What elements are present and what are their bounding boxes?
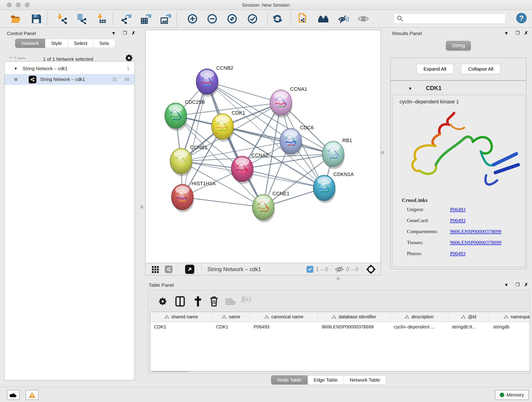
delete-column-icon[interactable]: [209, 296, 219, 307]
toolbar-separator: [177, 263, 178, 275]
network-edge[interactable]: [242, 169, 324, 188]
zoom-fit-icon[interactable]: [227, 13, 238, 24]
save-icon[interactable]: [31, 13, 42, 24]
collapse-all-button[interactable]: Collapse All: [461, 64, 500, 74]
open-folder-icon[interactable]: [10, 13, 21, 24]
network-node-ccna2[interactable]: [231, 156, 254, 184]
cloud-status-button[interactable]: [7, 390, 20, 400]
column-header-description[interactable]: description: [390, 312, 448, 322]
right-splitter-handle[interactable]: [381, 151, 384, 154]
show-columns-icon[interactable]: [175, 296, 185, 307]
network-node-ccna1[interactable]: [270, 90, 292, 118]
table-row[interactable]: CDK1CDK1P064939606.ENSP00000378699cyclin…: [150, 322, 530, 332]
selected-nodes-checkbox[interactable]: [307, 266, 313, 273]
table-panel-float-icon[interactable]: ❒: [515, 282, 520, 287]
edge-count: 48: [124, 77, 129, 82]
crosslink-label: GeneCard:: [407, 217, 450, 223]
zoom-selected-icon[interactable]: [247, 13, 258, 24]
zoom-out-icon[interactable]: [207, 13, 218, 24]
table-options-gear-icon[interactable]: [158, 297, 167, 306]
network-type-icon[interactable]: [165, 265, 172, 273]
hidden-eye-slash-icon[interactable]: [335, 265, 344, 273]
table-cell: cyclin–dependent ...: [390, 322, 448, 332]
copy-document-icon[interactable]: [298, 13, 308, 24]
network-edge[interactable]: [222, 127, 333, 154]
table-panel-menu-icon[interactable]: ▼: [504, 282, 509, 288]
table-cell: CDK1: [212, 322, 250, 332]
network-node-ccnb1[interactable]: [170, 148, 192, 176]
horizontal-splitter-handle[interactable]: [336, 277, 340, 280]
birds-eye-grid-icon[interactable]: [152, 265, 160, 274]
crosslink-link[interactable]: 9606.ENSP00000378699: [450, 240, 501, 245]
network-canvas[interactable]: CCNB2CCNA1CDC25BCDK1CDC6RB1CCNB1CCNA2CDK…: [145, 30, 381, 263]
export-image-icon[interactable]: [160, 13, 171, 24]
control-panel-close-icon[interactable]: ✗: [132, 30, 135, 36]
results-panel-close-icon[interactable]: ✗: [524, 30, 528, 36]
network-node-cdk1[interactable]: [211, 114, 234, 142]
node-label-hist1h1a: HIST1H1A: [191, 181, 215, 186]
window-title: Session: New Session: [0, 2, 532, 8]
column-header-@id[interactable]: @id: [448, 312, 489, 322]
network-node-ccnb2[interactable]: [196, 69, 219, 97]
refresh-icon[interactable]: [272, 13, 283, 24]
tab-select[interactable]: Select: [68, 39, 94, 48]
column-header-namespace[interactable]: namespace: [489, 312, 530, 322]
table-panel-close-icon[interactable]: ✗: [524, 282, 528, 287]
results-panel-menu-icon[interactable]: ▼: [504, 31, 509, 36]
crosslink-link[interactable]: P06493: [450, 250, 465, 256]
export-table-icon[interactable]: [140, 13, 152, 24]
warning-status-button[interactable]: [26, 390, 38, 400]
network-node-cdc6[interactable]: [280, 128, 302, 156]
table-body: CDK1CDK1P064939606.ENSP00000378699cyclin…: [150, 322, 530, 332]
tree-expander-icon[interactable]: ▼: [14, 66, 18, 71]
network-node-cdc25b[interactable]: [165, 103, 187, 131]
control-panel-menu-icon[interactable]: ▼: [111, 31, 116, 36]
network-node-ccne1[interactable]: [252, 194, 275, 222]
left-splitter-handle[interactable]: [140, 205, 143, 209]
network-row-selected[interactable]: String Network – cdk1 11 48: [5, 74, 134, 85]
column-header-canonical-name[interactable]: canonical name: [250, 312, 318, 322]
network-edge[interactable]: [182, 82, 207, 197]
export-network-icon[interactable]: [121, 13, 132, 24]
fit-selected-crosshair-icon[interactable]: [366, 264, 376, 274]
import-network-database-icon[interactable]: [76, 13, 87, 24]
open-in-new-window-icon[interactable]: [185, 265, 194, 274]
expand-all-button[interactable]: Expand All: [417, 64, 453, 74]
memory-button[interactable]: Memory: [495, 390, 529, 400]
tab-string[interactable]: String: [446, 41, 471, 51]
crosslink-label: Tissues:: [407, 240, 450, 245]
tab-network-table[interactable]: Network Table: [344, 375, 386, 385]
import-table-icon[interactable]: [96, 13, 107, 24]
control-panel-float-icon[interactable]: ❒: [123, 30, 127, 36]
crosslink-link[interactable]: 9606.ENSP00000378699: [450, 229, 501, 235]
tab-edge-table[interactable]: Edge Table: [308, 375, 344, 385]
tab-node-table[interactable]: Node Table: [271, 375, 308, 385]
zoom-in-icon[interactable]: [187, 13, 198, 24]
search-input[interactable]: [394, 13, 506, 24]
enhanced-graphics-icon[interactable]: [358, 13, 369, 24]
crosslink-link[interactable]: P06493: [450, 206, 465, 212]
column-header-name[interactable]: name: [212, 312, 250, 322]
network-edge[interactable]: [182, 197, 263, 207]
protein-expander-icon[interactable]: ▼: [408, 86, 412, 91]
table-cell: P06493: [250, 322, 318, 332]
crosslink-link[interactable]: P06493: [450, 217, 465, 223]
network-collection-row[interactable]: ▼ String Network – cdk1 1: [5, 63, 134, 74]
column-header-shared-name[interactable]: shared name: [150, 312, 212, 322]
memory-label: Memory: [507, 392, 524, 398]
network-node-hist1h1a[interactable]: [171, 184, 194, 212]
help-icon[interactable]: ?: [516, 13, 527, 23]
main-toolbar: ?: [0, 10, 532, 27]
network-node-cdkn1a[interactable]: [313, 175, 336, 203]
hidden-counter: 0 – 0: [346, 266, 358, 273]
results-panel-float-icon[interactable]: ❒: [515, 30, 520, 36]
tab-sets[interactable]: Sets: [94, 39, 115, 48]
column-header-database-identifier[interactable]: database identifier: [318, 312, 390, 322]
add-column-icon[interactable]: [193, 296, 203, 307]
network-node-rb1[interactable]: [322, 141, 345, 169]
hide-glass-icon[interactable]: [338, 13, 349, 24]
tab-network[interactable]: Network: [15, 39, 45, 48]
import-network-icon[interactable]: [57, 13, 68, 24]
string-home-icon[interactable]: [318, 13, 329, 24]
tab-style[interactable]: Style: [45, 39, 68, 48]
